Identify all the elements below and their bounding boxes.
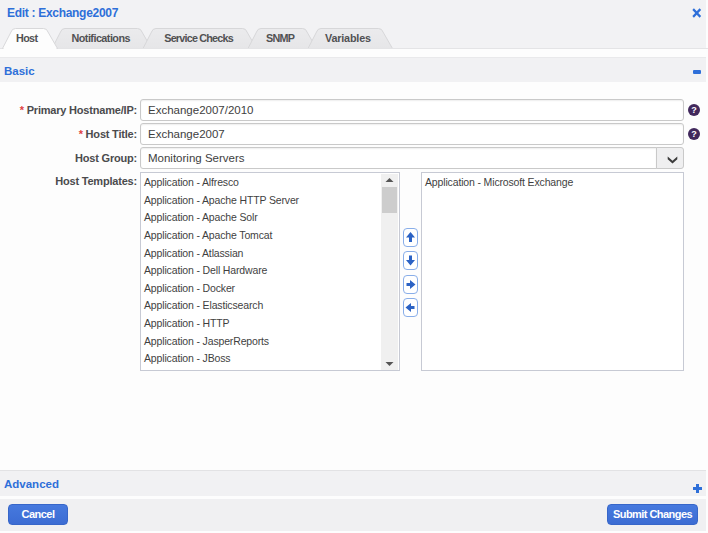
svg-text:SNMP: SNMP (266, 32, 295, 44)
svg-text:Notifications: Notifications (72, 32, 131, 44)
svg-text:Variables: Variables (325, 32, 371, 44)
svg-text:Host: Host (16, 32, 38, 44)
svg-text:Service Checks: Service Checks (164, 32, 234, 44)
